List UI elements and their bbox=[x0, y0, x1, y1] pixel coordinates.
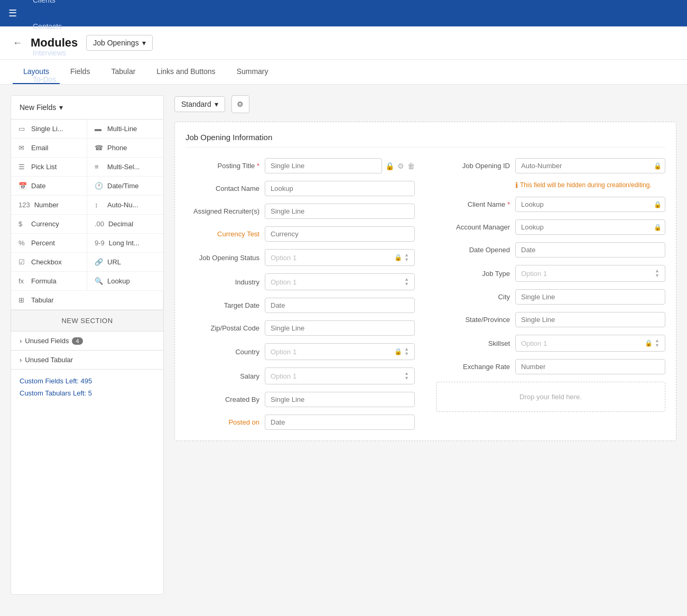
form-select[interactable]: Option 1▲▼ bbox=[265, 367, 415, 384]
form-row: IndustryOption 1▲▼ bbox=[185, 273, 415, 290]
form-select[interactable]: Option 1▲▼ bbox=[515, 265, 665, 282]
field-type-icon: ⊞ bbox=[18, 296, 27, 304]
field-item-url[interactable]: 🔗URL bbox=[87, 253, 163, 272]
field-item-long-int---[interactable]: 9-9Long Int... bbox=[87, 234, 163, 253]
field-item-phone[interactable]: ☎Phone bbox=[87, 139, 163, 158]
field-item-checkbox[interactable]: ☑Checkbox bbox=[11, 253, 87, 272]
field-label: Multi-Sel... bbox=[107, 163, 140, 171]
form-field-input[interactable] bbox=[265, 204, 414, 218]
form-field-label: City bbox=[436, 293, 510, 301]
nav-item-clients[interactable]: Clients bbox=[25, 0, 86, 13]
custom-fields-info: Custom Fields Left: 495 Custom Tabulars … bbox=[11, 370, 163, 409]
field-label: Pick List bbox=[31, 163, 57, 171]
form-field-input[interactable] bbox=[516, 360, 665, 374]
form-field-input[interactable] bbox=[265, 227, 414, 241]
custom-tabulars-link[interactable]: Custom Tabulars Left: 5 bbox=[20, 389, 155, 397]
module-dropdown[interactable]: Job Openings ▾ bbox=[86, 35, 152, 51]
field-item-lookup[interactable]: 🔍Lookup bbox=[87, 272, 163, 291]
select-arrows: ▲▼ bbox=[404, 253, 409, 262]
unused-fields-row[interactable]: › Unused Fields 4 bbox=[11, 332, 163, 351]
form-body: Posting Title🔒⚙🗑Contact NameAssigned Rec… bbox=[185, 158, 665, 430]
gear-icon[interactable]: ⚙ bbox=[397, 162, 404, 170]
field-item-auto-nu---[interactable]: ↕Auto-Nu... bbox=[87, 196, 163, 215]
standard-label: Standard bbox=[181, 100, 211, 108]
info-text: ℹThis field will be hidden during creati… bbox=[515, 181, 665, 189]
field-item-number[interactable]: 123Number bbox=[11, 196, 87, 215]
form-field-input[interactable] bbox=[265, 298, 414, 312]
form-field-input[interactable] bbox=[265, 321, 414, 335]
field-type-icon: ▭ bbox=[18, 125, 27, 133]
form-field-input[interactable] bbox=[265, 392, 414, 407]
tab-layouts[interactable]: Layouts bbox=[13, 60, 60, 84]
right-area: Standard ▾ ⚙ Job Opening Information Pos… bbox=[174, 95, 676, 595]
tab-tabular[interactable]: Tabular bbox=[100, 60, 146, 84]
unused-tabular-label: Unused Tabular bbox=[25, 356, 73, 364]
field-item-multi-line[interactable]: ▬Multi-Line bbox=[87, 119, 163, 139]
menu-icon[interactable]: ☰ bbox=[8, 7, 17, 19]
field-item-formula[interactable]: fxFormula bbox=[11, 272, 87, 291]
form-select-lock[interactable]: Option 1🔒▲▼ bbox=[265, 249, 415, 266]
field-label: Decimal bbox=[108, 220, 133, 228]
form-row: Posting Title🔒⚙🗑 bbox=[185, 158, 415, 173]
form-input-wrap: 🔒 bbox=[515, 158, 665, 173]
gear-button[interactable]: ⚙ bbox=[231, 95, 249, 113]
new-fields-header[interactable]: New Fields ▾ bbox=[11, 96, 163, 119]
field-type-icon: ↕ bbox=[95, 201, 103, 209]
field-type-icon: 🕐 bbox=[95, 182, 103, 190]
form-row: Job Opening ID🔒 bbox=[436, 158, 665, 173]
form-field-input[interactable] bbox=[265, 181, 414, 196]
form-field-input[interactable] bbox=[516, 159, 651, 173]
field-item-percent[interactable]: %Percent bbox=[11, 234, 87, 253]
form-field-input[interactable] bbox=[516, 220, 651, 234]
back-button[interactable]: ← bbox=[13, 38, 22, 49]
form-field-label: Target Date bbox=[185, 301, 259, 309]
field-type-icon: ≡ bbox=[95, 163, 103, 171]
form-input-wrap bbox=[265, 226, 415, 242]
form-field-label: Assigned Recruiter(s) bbox=[185, 207, 259, 215]
form-field-input[interactable] bbox=[516, 243, 665, 257]
field-item-single-li---[interactable]: ▭Single Li... bbox=[11, 119, 87, 139]
lock-icon: 🔒 bbox=[385, 162, 394, 170]
form-input-wrap: 🔒 bbox=[515, 219, 665, 235]
left-panel: New Fields ▾ ▭Single Li...▬Multi-Line✉Em… bbox=[11, 95, 164, 595]
field-item-email[interactable]: ✉Email bbox=[11, 139, 87, 158]
tab-summary[interactable]: Summary bbox=[226, 60, 279, 84]
select-placeholder: Option 1 bbox=[271, 278, 402, 286]
form-field-label: Salary bbox=[185, 372, 259, 380]
standard-dropdown[interactable]: Standard ▾ bbox=[174, 96, 225, 112]
tab-fields[interactable]: Fields bbox=[60, 60, 100, 84]
form-select[interactable]: Option 1▲▼ bbox=[265, 273, 415, 290]
field-item-pick-list[interactable]: ☰Pick List bbox=[11, 158, 87, 177]
field-item-decimal[interactable]: .00Decimal bbox=[87, 215, 163, 234]
form-field-input[interactable] bbox=[265, 415, 414, 429]
form-field-label: State/Province bbox=[436, 316, 510, 324]
field-item-tabular[interactable]: ⊞Tabular bbox=[11, 291, 163, 310]
page-title: Modules bbox=[31, 36, 78, 50]
new-section-button[interactable]: NEW SECTION bbox=[11, 310, 163, 332]
form-field-label: Industry bbox=[185, 278, 259, 286]
form-field-label: Currency Test bbox=[185, 230, 259, 238]
unused-fields-label: Unused Fields bbox=[25, 337, 69, 345]
form-field-input[interactable] bbox=[516, 197, 651, 212]
form-row: Created By bbox=[185, 392, 415, 407]
tab-links-and-buttons[interactable]: Links and Buttons bbox=[146, 60, 226, 84]
form-field-label: Exchange Rate bbox=[436, 363, 510, 371]
form-field-input[interactable] bbox=[516, 312, 665, 327]
field-item-currency[interactable]: $Currency bbox=[11, 215, 87, 234]
unused-tabular-row[interactable]: › Unused Tabular bbox=[11, 351, 163, 370]
field-label: Auto-Nu... bbox=[107, 201, 138, 209]
form-select-lock[interactable]: Option 1🔒▲▼ bbox=[515, 335, 665, 352]
form-field-input[interactable] bbox=[516, 290, 665, 304]
custom-fields-link[interactable]: Custom Fields Left: 495 bbox=[20, 377, 155, 385]
field-type-icon: 🔍 bbox=[95, 277, 103, 285]
trash-icon[interactable]: 🗑 bbox=[407, 162, 415, 170]
field-label: Currency bbox=[31, 220, 59, 228]
form-select-lock[interactable]: Option 1🔒▲▼ bbox=[265, 343, 415, 360]
posting-title-input[interactable] bbox=[265, 158, 382, 173]
field-type-icon: 123 bbox=[18, 201, 30, 209]
field-label: Percent bbox=[31, 239, 55, 247]
field-item-multi-sel---[interactable]: ≡Multi-Sel... bbox=[87, 158, 163, 177]
form-row: Assigned Recruiter(s) bbox=[185, 204, 415, 219]
field-item-date[interactable]: 📅Date bbox=[11, 177, 87, 196]
field-item-date-time[interactable]: 🕐Date/Time bbox=[87, 177, 163, 196]
